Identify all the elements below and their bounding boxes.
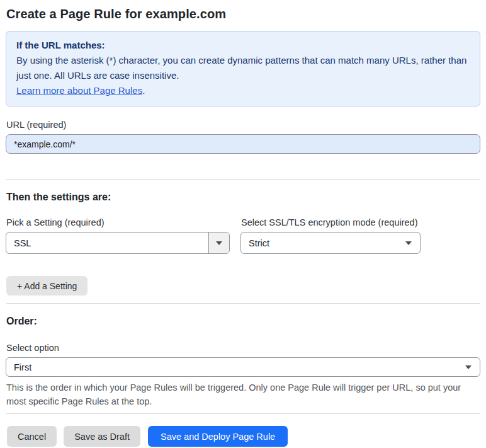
footer-actions: Cancel Save as Draft Save and Deploy Pag… — [7, 426, 480, 447]
save-deploy-button[interactable]: Save and Deploy Page Rule — [148, 426, 288, 447]
save-draft-button[interactable]: Save as Draft — [64, 426, 140, 447]
section-divider — [6, 303, 480, 304]
info-box-body: By using the asterisk (*) character, you… — [16, 53, 470, 83]
cancel-button[interactable]: Cancel — [7, 426, 57, 447]
ssl-mode-select[interactable]: Strict — [240, 232, 421, 254]
order-help-text: This is the order in which your Page Rul… — [6, 381, 480, 408]
info-box-link-line: Learn more about Page Rules. — [16, 83, 470, 98]
settings-row: Pick a Setting (required) SSL Select SSL… — [6, 204, 480, 254]
pick-setting-select[interactable]: SSL — [6, 232, 230, 254]
ssl-mode-caret — [405, 241, 420, 245]
order-select-caret — [465, 365, 480, 369]
settings-section-heading: Then the settings are: — [6, 190, 480, 204]
pick-setting-caret-button[interactable] — [208, 233, 229, 253]
caret-down-icon — [465, 365, 472, 369]
ssl-mode-value: Strict — [241, 238, 405, 248]
order-select[interactable]: First — [6, 357, 480, 377]
order-select-label: Select option — [6, 342, 480, 354]
add-setting-button[interactable]: + Add a Setting — [6, 276, 88, 296]
info-box-heading: If the URL matches: — [16, 38, 470, 53]
section-divider — [6, 179, 480, 180]
order-section-heading: Order: — [6, 314, 480, 328]
pick-setting-label: Pick a Setting (required) — [6, 216, 230, 229]
page-title: Create a Page Rule for example.com — [6, 5, 480, 23]
link-suffix: . — [142, 85, 145, 96]
learn-more-link[interactable]: Learn more about Page Rules — [16, 85, 142, 96]
url-field-label: URL (required) — [6, 118, 480, 131]
url-match-info-box: If the URL matches: By using the asteris… — [6, 31, 480, 106]
pick-setting-value: SSL — [6, 238, 208, 248]
pick-setting-column: Pick a Setting (required) SSL — [6, 204, 230, 254]
create-page-rule-form: Create a Page Rule for example.com If th… — [0, 0, 486, 447]
section-divider — [6, 413, 480, 414]
url-input[interactable] — [6, 134, 480, 154]
order-select-value: First — [6, 362, 465, 372]
caret-down-icon — [405, 241, 412, 245]
ssl-mode-column: Select SSL/TLS encryption mode (required… — [240, 204, 421, 254]
caret-down-icon — [216, 241, 222, 245]
ssl-mode-label: Select SSL/TLS encryption mode (required… — [241, 216, 421, 229]
